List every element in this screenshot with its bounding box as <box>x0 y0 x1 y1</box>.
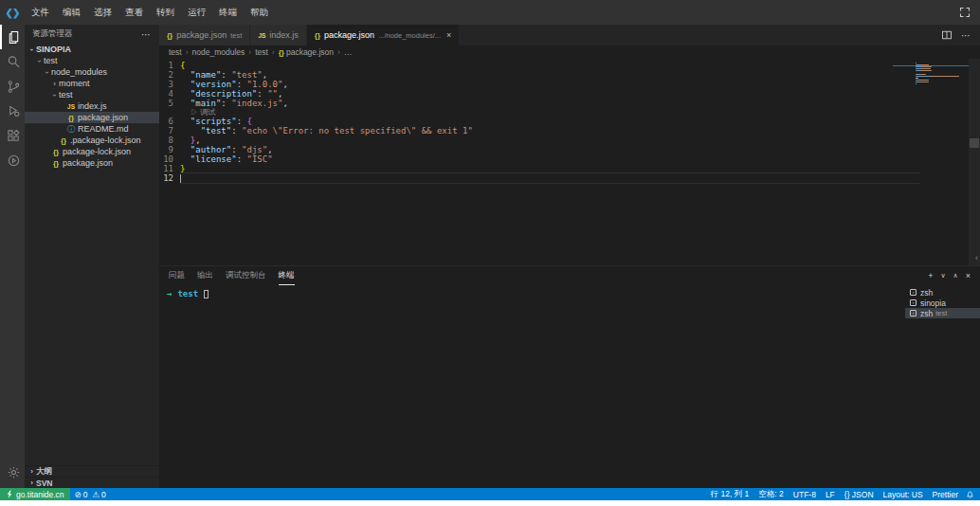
status-item[interactable]: {} JSON <box>840 490 879 499</box>
code-line: 12 <box>159 173 980 183</box>
tree-item-label: index.js <box>78 101 107 111</box>
minimap-line <box>916 76 959 77</box>
run-debug-icon[interactable] <box>0 99 25 123</box>
breadcrumb-item[interactable]: test <box>169 47 182 57</box>
line-number <box>159 108 180 117</box>
panel-tab[interactable]: 调试控制台 <box>226 266 266 285</box>
tree-item[interactable]: ›ⓘREADME.md <box>25 123 159 135</box>
menu-item[interactable]: 终端 <box>212 0 244 25</box>
tree-item-label: SINOPIA <box>36 45 71 54</box>
tab-more-actions-icon[interactable]: ⋯ <box>961 30 971 41</box>
tree-item[interactable]: ›moment <box>25 78 159 89</box>
chevron-left-icon[interactable]: ‹ <box>975 254 978 262</box>
menu-item[interactable]: 查看 <box>118 0 150 25</box>
run-tool-icon[interactable] <box>0 148 25 172</box>
minimap-line <box>916 68 931 69</box>
remote-indicator[interactable]: go.titanide.cn <box>0 488 70 500</box>
json-file-icon: {} <box>51 148 61 156</box>
status-item[interactable]: LF <box>821 490 840 499</box>
panel-tab[interactable]: 终端 <box>279 266 295 285</box>
tree-item[interactable]: ›JSindex.js <box>25 100 159 112</box>
problems-status[interactable]: ⊘ 0 ⚠ 0 <box>70 490 111 499</box>
breadcrumb-item[interactable]: node_modules <box>192 47 245 57</box>
tree-item[interactable]: ›test <box>25 89 159 100</box>
chevron-right-icon: › <box>50 80 59 88</box>
close-panel-icon[interactable]: × <box>966 271 971 280</box>
maximize-panel-icon[interactable]: ∧ <box>953 272 958 280</box>
breadcrumb-item[interactable]: {}package.json <box>279 47 334 57</box>
tree-item[interactable]: ›{}package-lock.json <box>25 146 159 157</box>
status-item[interactable]: 空格: 2 <box>753 489 788 500</box>
status-item[interactable]: UTF-8 <box>789 490 821 499</box>
scrollbar-thumb[interactable] <box>970 138 979 148</box>
new-terminal-icon[interactable]: + <box>928 271 933 280</box>
split-editor-icon[interactable] <box>941 29 953 41</box>
editor-tab[interactable]: {}package.json.../node_modules/...× <box>307 25 459 45</box>
source-control-icon[interactable] <box>0 74 25 99</box>
minimap[interactable] <box>916 62 967 87</box>
terminal-cursor <box>204 290 209 298</box>
terminal-list-item[interactable]: ›zsh <box>905 287 980 298</box>
terminal-output[interactable]: → test <box>159 285 905 488</box>
menu-item[interactable]: 运行 <box>181 0 212 25</box>
sidebar-section-SVN[interactable]: ›SVN <box>25 477 159 488</box>
extensions-icon[interactable] <box>0 123 25 148</box>
tree-item[interactable]: ›{}package.json <box>25 157 159 169</box>
editor-scrollbar[interactable] <box>969 59 980 265</box>
chevron-down-icon: › <box>43 68 51 77</box>
menu-item[interactable]: 文件 <box>25 0 56 25</box>
editor-tab[interactable]: JSindex.js <box>250 25 305 45</box>
breadcrumb-item[interactable]: … <box>344 47 353 57</box>
tree-item[interactable]: ›node_modules <box>25 66 159 78</box>
terminal-list-item[interactable]: ›zshtest <box>905 308 980 318</box>
minimap-line <box>916 74 926 75</box>
line-content: "scripts": { <box>180 117 252 126</box>
code-token: { <box>246 117 251 126</box>
debug-codelens[interactable]: ▷ 调试 <box>180 108 215 117</box>
code-token: , <box>267 145 272 154</box>
sidebar-section-大纲[interactable]: ›大纲 <box>25 465 159 477</box>
tree-item[interactable]: ›{}.package-lock.json <box>25 135 159 146</box>
line-content: "license": "ISC" <box>180 154 273 164</box>
code-line: 1{ <box>159 61 980 70</box>
notifications-bell-icon[interactable] <box>966 490 974 499</box>
code-token <box>180 136 191 145</box>
code-line: 4 "description": "", <box>159 89 980 99</box>
tree-item-label: .package-lock.json <box>70 136 141 145</box>
menu-item[interactable]: 帮助 <box>244 0 275 25</box>
code-token: "ISC" <box>246 154 272 164</box>
minimap-line <box>916 70 932 71</box>
code-token <box>180 126 201 136</box>
search-icon[interactable] <box>0 49 25 74</box>
fullscreen-icon[interactable] <box>959 7 971 18</box>
chevron-right-icon: › <box>248 47 251 57</box>
code-token: "" <box>267 89 278 99</box>
breadcrumb-item[interactable]: test <box>255 47 268 57</box>
close-icon[interactable]: × <box>446 30 451 40</box>
status-item[interactable]: Prettier <box>928 490 963 499</box>
code-editor[interactable]: 1{2 "name": "test",3 "version": "1.0.0",… <box>159 59 980 265</box>
terminal-dropdown-icon[interactable]: ∨ <box>940 272 945 280</box>
chevron-right-icon: › <box>27 467 36 476</box>
panel-tab[interactable]: 问题 <box>169 266 185 285</box>
panel-tab[interactable]: 输出 <box>197 266 213 285</box>
menu-item[interactable]: 转到 <box>150 0 181 25</box>
menu-item[interactable]: 选择 <box>87 0 118 25</box>
menu-item[interactable]: 编辑 <box>56 0 87 25</box>
sidebar-more-actions-icon[interactable]: ⋯ <box>141 29 152 40</box>
tree-item[interactable]: ›SINOPIA <box>25 44 159 55</box>
status-item[interactable]: Layout: US <box>879 490 928 499</box>
explorer-sidebar: 资源管理器 ⋯ ›SINOPIA›test›node_modules›momen… <box>25 25 159 488</box>
explorer-icon[interactable] <box>0 25 25 49</box>
line-content: }, <box>180 136 201 145</box>
settings-gear-icon[interactable] <box>0 460 25 484</box>
status-item[interactable]: 行 12, 列 1 <box>706 489 754 500</box>
tree-item[interactable]: ›test <box>25 55 159 66</box>
editor-tab[interactable]: {}package.jsontest <box>159 25 249 45</box>
tab-label: index.js <box>269 30 299 40</box>
code-token: : <box>237 117 247 126</box>
json-file-icon: {} <box>279 48 284 57</box>
tree-item[interactable]: ›{}package.json <box>25 112 159 123</box>
editor-tabs: {}package.jsontestJSindex.js{}package.js… <box>159 25 460 45</box>
terminal-list-item[interactable]: ›sinopia <box>905 298 980 308</box>
